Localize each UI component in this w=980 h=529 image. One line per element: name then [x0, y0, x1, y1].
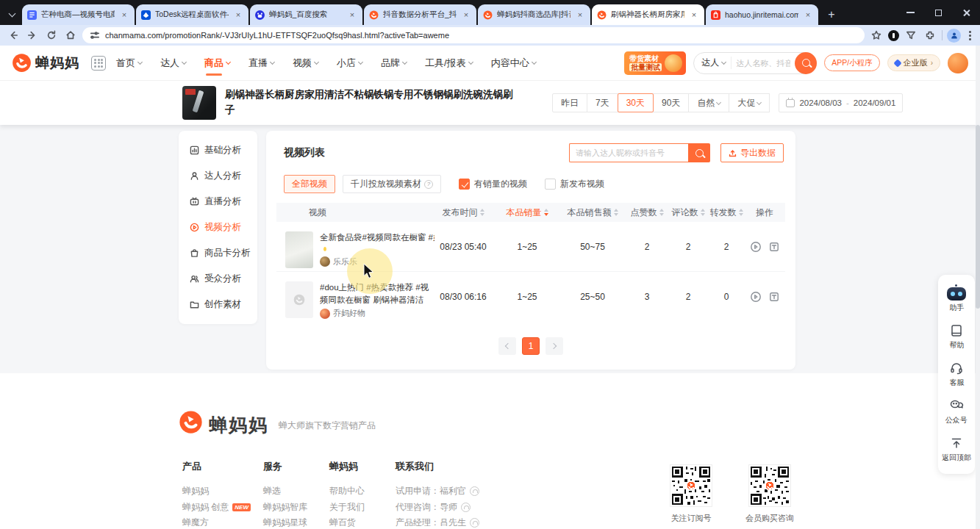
filter-90d[interactable]: 90天: [653, 93, 689, 112]
prev-page-button[interactable]: [498, 337, 516, 355]
browser-tab-active[interactable]: 刷锅神器长柄厨房家用清洁不 ×: [592, 4, 704, 25]
play-video-icon[interactable]: [750, 241, 762, 253]
browser-tab-1[interactable]: 芒种电商—视频号电商玩法全 ×: [22, 4, 135, 25]
close-icon[interactable]: ×: [119, 10, 129, 20]
sidebar-item-audience[interactable]: 受众分析: [179, 266, 257, 292]
close-icon[interactable]: ×: [803, 10, 813, 20]
site-info-icon[interactable]: [90, 28, 100, 43]
browser-menu-icon[interactable]: [968, 30, 971, 40]
filter-promo[interactable]: 大促: [729, 93, 770, 112]
video-data-icon[interactable]: [768, 241, 780, 253]
assistant-button[interactable]: 助手: [938, 282, 975, 318]
customer-service-button[interactable]: 客服: [938, 356, 975, 393]
window-close-button[interactable]: [952, 0, 980, 25]
filter-7d[interactable]: 7天: [587, 93, 618, 112]
filter-30d[interactable]: 30天: [618, 93, 654, 112]
header-search-input[interactable]: [732, 59, 795, 68]
browser-tab-4[interactable]: 抖音数据分析平台_抖音直播 ×: [364, 4, 476, 25]
close-icon[interactable]: ×: [233, 10, 243, 20]
footer-contact[interactable]: 产品经理：吕先生: [396, 515, 543, 529]
footer-link[interactable]: 关于我们: [329, 500, 396, 516]
nav-brand[interactable]: 品牌: [381, 46, 407, 80]
footer-link[interactable]: 蝉选: [263, 483, 329, 500]
list-search-input[interactable]: [569, 143, 688, 162]
nav-shop[interactable]: 小店: [337, 46, 362, 80]
tab-all-videos[interactable]: 全部视频: [284, 175, 335, 193]
funnel-icon[interactable]: [904, 28, 918, 43]
sidebar-item-product-card[interactable]: 商品卡分析: [179, 240, 257, 266]
back-icon[interactable]: [6, 28, 21, 43]
search-button[interactable]: [795, 52, 817, 74]
app-miniprogram-badge[interactable]: APP/小程序: [824, 54, 879, 71]
filter-yesterday[interactable]: 昨日: [552, 93, 587, 112]
tab-search-icon[interactable]: [4, 4, 19, 25]
extension-icon[interactable]: [888, 30, 899, 41]
close-icon[interactable]: ×: [575, 10, 585, 20]
home-icon[interactable]: [63, 28, 78, 43]
next-page-button[interactable]: [546, 337, 563, 355]
extensions-puzzle-icon[interactable]: [923, 28, 937, 43]
nav-home[interactable]: 首页: [116, 46, 142, 80]
chanmama-logo[interactable]: 蝉妈妈: [12, 53, 79, 73]
sidebar-item-material[interactable]: 创作素材: [179, 292, 257, 317]
user-avatar[interactable]: [948, 53, 968, 73]
list-search-button[interactable]: [688, 143, 710, 162]
filter-natural[interactable]: 自然: [688, 93, 729, 112]
browser-tab-5[interactable]: 蝉妈妈抖商选品库|抖音短视 ×: [478, 4, 590, 25]
video-title[interactable]: 全新食品袋#视频同款在橱窗 #好物推荐: [320, 231, 434, 244]
tab-qianchuan-videos[interactable]: 千川投放视频素材?: [343, 175, 441, 193]
col-comments[interactable]: 评论数: [668, 206, 709, 219]
address-bar[interactable]: chanmama.com/promotionRank/-VJ3rUIyL1hU-…: [82, 27, 865, 43]
close-icon[interactable]: ×: [689, 10, 699, 20]
footer-link[interactable]: 蝉百货: [329, 515, 396, 529]
nav-tools[interactable]: 工具/报表: [425, 46, 473, 80]
checkbox-has-sales[interactable]: 有销量的视频: [459, 178, 527, 190]
bookmark-star-icon[interactable]: [869, 28, 884, 43]
col-shares[interactable]: 转发数: [709, 206, 744, 219]
help-button[interactable]: 帮助: [938, 318, 975, 356]
browser-tab-7[interactable]: haohuo.jinritemai.com/ecom ×: [706, 4, 818, 25]
sidebar-item-video[interactable]: 视频分析: [179, 215, 257, 240]
footer-link[interactable]: 蝉妈妈: [182, 483, 263, 500]
video-author[interactable]: 乔妈好物: [320, 308, 431, 319]
video-thumbnail[interactable]: [285, 281, 313, 318]
footer-link[interactable]: 蝉魔方: [182, 515, 263, 529]
new-tab-button[interactable]: +: [823, 6, 840, 24]
forward-icon[interactable]: [25, 28, 40, 43]
reload-icon[interactable]: [44, 28, 59, 43]
sidebar-item-daren[interactable]: 达人分析: [179, 163, 257, 189]
checkbox-checked-icon[interactable]: [459, 179, 470, 190]
wechat-official-button[interactable]: 公众号: [938, 393, 975, 431]
date-range-picker[interactable]: 2024/08/03 - 2024/09/01: [779, 93, 903, 112]
window-maximize-button[interactable]: [924, 0, 952, 25]
page-1-button[interactable]: 1: [522, 337, 540, 355]
nav-live[interactable]: 直播: [248, 46, 274, 80]
col-publish-time[interactable]: 发布时间: [431, 206, 496, 219]
page-scrollbar[interactable]: [976, 46, 980, 529]
scrollbar-thumb[interactable]: [976, 125, 980, 309]
close-icon[interactable]: ×: [461, 10, 471, 20]
play-video-icon[interactable]: [750, 291, 762, 303]
footer-contact[interactable]: 试用申请：福利官: [396, 483, 543, 500]
sidebar-item-live[interactable]: 直播分析: [179, 189, 257, 215]
browser-tab-2[interactable]: ToDesk远程桌面软件-免费安 ×: [136, 4, 248, 25]
back-to-top-button[interactable]: 返回顶部: [938, 431, 975, 468]
video-data-icon[interactable]: [768, 291, 780, 303]
help-icon[interactable]: ?: [424, 180, 433, 189]
search-category-select[interactable]: 达人: [701, 57, 732, 69]
product-thumbnail[interactable]: [182, 86, 216, 120]
nav-content-center[interactable]: 内容中心: [491, 46, 536, 80]
col-likes[interactable]: 点赞数: [626, 206, 668, 219]
enterprise-badge[interactable]: 企业版 ›: [887, 54, 940, 71]
footer-contact[interactable]: 代理咨询：导师: [396, 500, 543, 516]
browser-tab-3[interactable]: 蝉妈妈_百度搜索 ×: [250, 4, 362, 25]
footer-link[interactable]: 蝉妈妈 创意NEW: [182, 500, 263, 516]
close-icon[interactable]: ×: [347, 10, 357, 20]
checkbox-new-videos[interactable]: 新发布视频: [545, 178, 604, 190]
footer-link[interactable]: 蝉妈妈星球: [263, 515, 329, 529]
export-data-button[interactable]: 导出数据: [720, 143, 784, 162]
nav-video[interactable]: 视频: [293, 46, 318, 80]
footer-link[interactable]: 蝉妈妈智库: [263, 500, 329, 516]
checkbox-unchecked-icon[interactable]: [545, 179, 556, 190]
profile-avatar[interactable]: [947, 29, 961, 43]
